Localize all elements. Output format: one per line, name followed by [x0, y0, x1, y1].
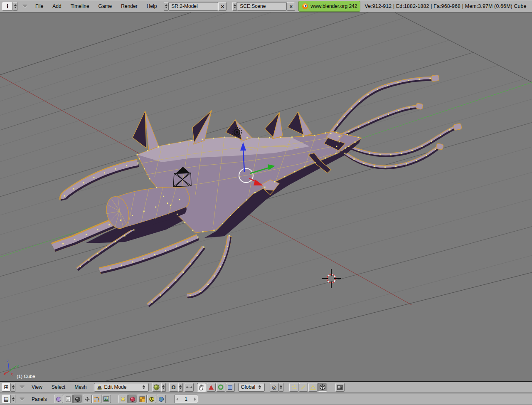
world-icon — [158, 396, 164, 402]
shaded-sphere-icon — [153, 384, 160, 390]
world-buttons-button[interactable] — [157, 395, 166, 403]
axis-x-label: x — [11, 372, 13, 376]
proportional-edit-stepper[interactable] — [279, 383, 283, 392]
menu-game[interactable]: Game — [94, 3, 117, 9]
menu-file[interactable]: File — [31, 3, 48, 9]
script-context-button[interactable] — [64, 395, 73, 403]
orientation-value: Global — [241, 384, 258, 390]
menu-mesh[interactable]: Mesh — [70, 384, 91, 390]
pivot-omega-icon: Ω — [171, 384, 175, 390]
menu-add[interactable]: Add — [48, 3, 66, 9]
edge-mode-icon — [300, 385, 306, 390]
render-preview-button[interactable] — [335, 383, 345, 392]
manipulator-rotate-button[interactable] — [216, 383, 225, 392]
screen-selector-stepper[interactable] — [164, 2, 168, 11]
rotation-center-widget — [232, 128, 242, 137]
proportional-icon: ◎ — [272, 384, 276, 390]
pivot-selector-button[interactable]: Ω — [169, 383, 178, 392]
texture-icon — [139, 396, 145, 402]
edge-select-button[interactable] — [299, 383, 308, 392]
scale-square-icon — [228, 385, 232, 390]
window-type-stepper[interactable] — [13, 2, 17, 11]
axis-y-label: y — [17, 364, 19, 368]
editing-icon — [94, 396, 100, 402]
object-info-label: (1) Cube — [17, 374, 35, 379]
menu-view[interactable]: View — [27, 384, 47, 390]
manipulator-translate-button[interactable] — [207, 383, 216, 392]
render-preview-icon — [337, 385, 343, 390]
material-buttons-button[interactable] — [128, 395, 137, 403]
object-context-button[interactable] — [83, 395, 92, 403]
viewport-3d[interactable]: z y x (1) Cube — [0, 12, 532, 381]
frame-number-field[interactable]: 1 — [174, 395, 198, 403]
cube-icon — [320, 384, 325, 390]
editor-type-button[interactable]: ▤ — [2, 395, 11, 403]
manipulator-scale-button[interactable] — [226, 383, 235, 392]
screen-selector-value: SR:2-Model — [171, 3, 197, 9]
shading-context-button[interactable] — [73, 395, 82, 403]
header-collapse-icon[interactable] — [22, 5, 27, 8]
script-icon — [66, 396, 71, 402]
mode-selector-value: Edit Mode — [104, 384, 142, 390]
close-icon: × — [290, 3, 293, 10]
scene-context-button[interactable] — [102, 395, 111, 403]
face-mode-icon — [310, 385, 316, 390]
occlude-geometry-button[interactable] — [318, 383, 327, 392]
buttons-window-header: ▤ Panels — [0, 393, 532, 405]
manipulator-toggle-button[interactable] — [197, 383, 206, 392]
translate-triangle-icon — [209, 385, 214, 390]
screen-selector[interactable]: SR:2-Model — [168, 2, 218, 11]
window-type-button[interactable]: i — [2, 2, 13, 11]
mode-selector[interactable]: Edit Mode — [94, 383, 149, 392]
info-icon: i — [7, 3, 8, 10]
viewport-canvas[interactable]: z y x (1) Cube — [0, 12, 532, 381]
proportional-edit-button[interactable]: ◎ — [270, 383, 279, 392]
logic-context-button[interactable] — [54, 395, 63, 403]
object-arrows-icon — [84, 396, 90, 402]
frame-next-icon[interactable] — [194, 398, 196, 401]
menu-help[interactable]: Help — [142, 3, 162, 9]
material-sphere-icon — [130, 396, 135, 402]
menu-select[interactable]: Select — [47, 384, 70, 390]
scene-selector-value: SCE:Scene — [240, 3, 266, 9]
orientation-selector[interactable]: Global — [238, 383, 265, 392]
texture-buttons-button[interactable] — [138, 395, 147, 403]
editor-type-stepper[interactable] — [11, 383, 15, 392]
header-collapse-icon[interactable] — [20, 385, 25, 389]
barrel-cylinder — [103, 187, 189, 231]
face-select-button[interactable] — [308, 383, 318, 392]
radiosity-buttons-button[interactable] — [147, 395, 156, 403]
close-icon: × — [221, 3, 224, 10]
frame-prev-icon[interactable] — [176, 398, 178, 401]
editor-type-button[interactable]: ⊞ — [2, 383, 11, 392]
scene-selector[interactable]: SCE:Scene — [237, 2, 287, 11]
vertex-mode-icon — [291, 385, 296, 390]
cursor-3d[interactable] — [322, 269, 341, 288]
shading-sphere-icon — [75, 396, 81, 402]
menu-render[interactable]: Render — [116, 3, 142, 9]
blender-window: i File Add Timeline Game Render Help SR:… — [0, 0, 532, 405]
hand-icon — [199, 384, 204, 390]
logic-icon — [56, 396, 62, 402]
editing-context-button[interactable] — [92, 395, 101, 403]
scene-selector-stepper[interactable] — [232, 2, 237, 11]
draw-mode-stepper[interactable] — [161, 383, 166, 392]
pivot-selector-stepper[interactable] — [178, 383, 183, 392]
scene-icon — [103, 396, 109, 402]
screen-close-button[interactable]: × — [218, 2, 227, 11]
scene-close-button[interactable]: × — [287, 2, 295, 11]
grid-editor-icon: ⊞ — [4, 384, 9, 390]
lamp-buttons-button[interactable] — [118, 395, 128, 403]
top-header: i File Add Timeline Game Render Help SR:… — [0, 0, 532, 12]
menu-timeline[interactable]: Timeline — [66, 3, 94, 9]
menu-panels[interactable]: Panels — [27, 396, 52, 402]
snap-dotted-arrows-button[interactable] — [185, 383, 194, 392]
scene-statistics: Ve:912-912 | Ed:1882-1882 | Fa:968-968 |… — [365, 3, 526, 9]
axis-z-label: z — [7, 358, 9, 363]
vertex-select-button[interactable] — [289, 383, 298, 392]
draw-mode-button[interactable] — [152, 383, 161, 392]
radiosity-icon — [149, 396, 155, 402]
rotate-circle-icon — [218, 384, 224, 390]
editor-type-stepper[interactable] — [11, 395, 15, 403]
header-collapse-icon[interactable] — [20, 398, 25, 401]
